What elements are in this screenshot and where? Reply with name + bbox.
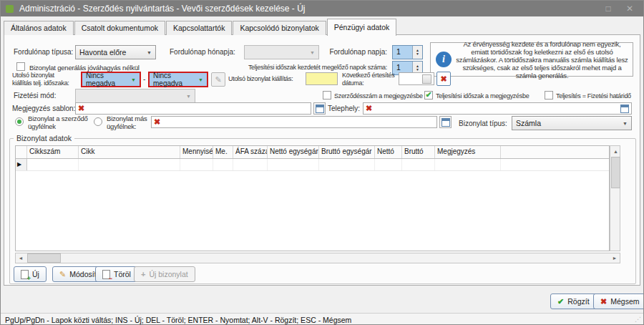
bizonylat-tipus-select[interactable]: Számla ▼ bbox=[512, 116, 632, 130]
new-document-icon: + bbox=[21, 270, 29, 279]
teljesites-hatarido-checkbox[interactable]: ✔ bbox=[545, 91, 553, 100]
minus-icon: − bbox=[109, 276, 112, 282]
idoszak-to-highlight: Nincs megadva ▼ bbox=[148, 72, 208, 87]
edit-period-button: ✎ bbox=[211, 72, 225, 87]
scroll-up-icon[interactable]: ▲ bbox=[613, 149, 618, 154]
fordulonap-honapja-select: ▼ bbox=[244, 45, 319, 59]
torol-button-label: Töröl bbox=[114, 270, 131, 278]
delete-document-icon: − bbox=[102, 270, 110, 279]
horizontal-scroll-thumb[interactable] bbox=[27, 253, 61, 263]
bizonylat-tipus-label: Bizonylat típus: bbox=[459, 120, 507, 127]
utolso-kiallitas-field[interactable] bbox=[306, 72, 338, 85]
fordulonap-tipusa-select[interactable]: Havonta előre ▼ bbox=[75, 45, 156, 59]
idoszak-to-select[interactable]: Nincs megadva ▼ bbox=[150, 73, 207, 86]
col-afa-szazalek[interactable]: ÁFA százalék bbox=[233, 146, 268, 158]
mas-ugyfel-field[interactable]: ✖ bbox=[151, 116, 437, 128]
bizonylat-generalas-label: Bizonylat generálás jóváhagyás nélkül bbox=[29, 64, 140, 72]
window-title: Adminisztráció - Szerződés nyilvántartás… bbox=[19, 4, 306, 14]
vertical-scroll-thumb[interactable] bbox=[611, 157, 620, 188]
megjegyzes-sablon-field[interactable]: ✖ bbox=[75, 102, 311, 115]
bizonylat-mas-radio-label: Bizonylat más ügyfélnek: bbox=[107, 115, 147, 130]
megjegyzes-sablon-picker-button[interactable] bbox=[313, 102, 326, 115]
col-netto-egysegar[interactable]: Nettó egységár bbox=[268, 146, 319, 158]
tab-altalanos-adatok[interactable]: Általános adatok bbox=[4, 21, 74, 35]
clear-date-button[interactable]: ✖ bbox=[436, 72, 451, 86]
fizetesi-mod-label: Fizetési mód: bbox=[14, 92, 56, 100]
scroll-left-icon[interactable]: ◄ bbox=[16, 256, 26, 261]
uj-button[interactable]: + Új bbox=[14, 266, 47, 282]
megsem-button[interactable]: ✖ Mégsem bbox=[593, 294, 644, 309]
spin-down-icon[interactable]: ▼ bbox=[416, 52, 419, 56]
fordulonap-tipusa-label: Fordulónap típusa: bbox=[14, 48, 73, 56]
telephely-field[interactable]: ✖ bbox=[363, 102, 632, 115]
check-icon: ✔ bbox=[557, 298, 564, 306]
indicator-header bbox=[16, 146, 27, 158]
col-me[interactable]: Me. bbox=[213, 146, 233, 158]
info-box: i Az érvényesség kezdete és a fordulónap… bbox=[430, 42, 633, 77]
title-bar: Adminisztráció - Szerződés nyilvántartás… bbox=[1, 1, 643, 16]
chevron-down-icon: ▼ bbox=[147, 50, 152, 55]
status-text: PgUp/PgDn - Lapok közti váltás; INS - Új… bbox=[5, 316, 351, 324]
red-x-icon: ✖ bbox=[78, 105, 84, 112]
col-brutto-egysegar[interactable]: Bruttó egységár bbox=[319, 146, 375, 158]
col-megjegyzes[interactable]: Megjegyzés bbox=[435, 146, 501, 158]
col-netto[interactable]: Nettó bbox=[375, 146, 402, 158]
chevron-down-icon: ▼ bbox=[198, 77, 203, 82]
szerzodesszam-checkbox-label: Szerződésszám a megjegyzésbe bbox=[334, 92, 423, 100]
pencil-icon: ✎ bbox=[215, 75, 221, 84]
plus-icon: + bbox=[27, 276, 31, 282]
tab-kapcsolodo-bizonylatok[interactable]: Kapcsolódó bizonylatok bbox=[233, 21, 326, 35]
maximize-button[interactable]: □ bbox=[599, 1, 618, 16]
tab-kapcsolattartok[interactable]: Kapcsolattartók bbox=[166, 21, 232, 35]
teljesitesi-idoszak-checkbox[interactable]: ✔ bbox=[424, 91, 433, 100]
tab-csatolt-dokumentumok[interactable]: Csatolt dokumentumok bbox=[74, 21, 165, 35]
calendar-icon bbox=[316, 105, 324, 113]
tab-strip: Általános adatok Csatolt dokumentumok Ka… bbox=[4, 19, 397, 35]
mas-ugyfel-picker-button[interactable] bbox=[439, 116, 452, 128]
date-drop-icon[interactable] bbox=[422, 74, 431, 84]
col-cikkszam[interactable]: Cikkszám bbox=[27, 146, 79, 158]
bizonylat-tipus-value: Számla bbox=[516, 119, 541, 127]
spin-down-icon[interactable]: ▼ bbox=[416, 68, 419, 72]
torol-button[interactable]: − Töröl bbox=[95, 266, 138, 282]
fordulonap-napja-label: Fordulónap napja: bbox=[326, 48, 387, 56]
red-x-icon: ✖ bbox=[154, 118, 160, 126]
fordulonap-tipusa-value: Havonta előre bbox=[79, 48, 126, 57]
red-x-icon: ✖ bbox=[440, 75, 447, 83]
fordulonap-napja-spinner[interactable]: 1 ▲▼ bbox=[392, 45, 423, 59]
kovetkezo-ertesites-date-field[interactable] bbox=[399, 72, 434, 85]
table-row[interactable]: ▶ bbox=[16, 159, 609, 171]
grid-horizontal-scrollbar[interactable]: ◄ ► bbox=[15, 253, 620, 263]
rogzit-button-label: Rögzít bbox=[567, 297, 589, 306]
col-cikk[interactable]: Cikk bbox=[79, 146, 180, 158]
bizonylat-szerzodo-radio[interactable] bbox=[15, 117, 24, 126]
uj-bizonylat-button: + Új bizonylat bbox=[134, 266, 195, 282]
idoszak-from-value: Nincs megadva bbox=[86, 72, 131, 87]
kovetkezo-ertesites-label: Következő értesítés dátuma: bbox=[342, 72, 394, 87]
status-bar: PgUp/PgDn - Lapok közti váltás; INS - Új… bbox=[1, 313, 643, 325]
utolso-idoszak-label: Utolsó bizonylat kiállítás telj. időszak… bbox=[12, 72, 69, 87]
bizonylat-szerzodo-radio-label: Bizonylat a szerződő ügyfélnek bbox=[28, 115, 88, 130]
calendar-icon bbox=[441, 118, 450, 127]
chevron-down-icon: ▼ bbox=[186, 94, 191, 99]
bizonylat-mas-radio[interactable] bbox=[94, 117, 102, 126]
uj-bizonylat-button-label: Új bizonylat bbox=[149, 270, 187, 278]
grid-vertical-scrollbar[interactable]: ▲ bbox=[610, 145, 620, 251]
resize-grip[interactable]: ⋰ bbox=[635, 316, 641, 323]
close-button[interactable]: ✕ bbox=[620, 1, 639, 16]
col-mennyiseg[interactable]: Mennyiség bbox=[180, 146, 213, 158]
bizonylat-generalas-checkbox[interactable]: ✔ bbox=[16, 62, 25, 71]
idoszak-from-select[interactable]: Nincs megadva ▼ bbox=[82, 73, 140, 86]
szerzodesszam-checkbox[interactable]: ✔ bbox=[323, 91, 331, 100]
x-icon: ✖ bbox=[600, 298, 607, 306]
modosit-button-label: Módosít bbox=[69, 270, 96, 278]
chevron-down-icon: ▼ bbox=[131, 77, 136, 82]
scroll-right-icon[interactable]: ► bbox=[610, 256, 620, 261]
rogzit-button[interactable]: ✔ Rögzít bbox=[550, 294, 597, 309]
spinner-buttons[interactable]: ▲▼ bbox=[412, 46, 422, 59]
info-text: Az érvényesség kezdete és a fordulónap n… bbox=[455, 40, 633, 79]
red-x-icon: ✖ bbox=[366, 105, 372, 112]
tab-penzugyi-adatok[interactable]: Pénzügyi adatok bbox=[327, 19, 397, 36]
col-brutto[interactable]: Bruttó bbox=[402, 146, 435, 158]
calendar-icon[interactable] bbox=[620, 105, 629, 113]
